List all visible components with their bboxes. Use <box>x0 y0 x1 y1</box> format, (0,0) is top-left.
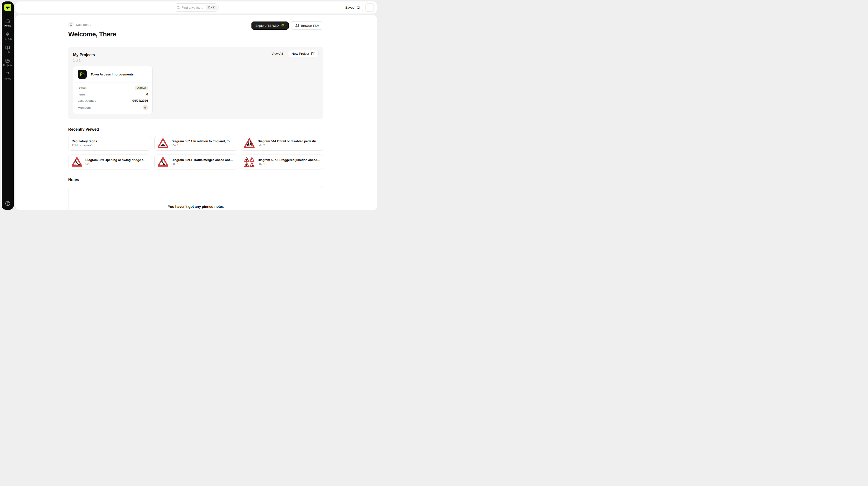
search-input[interactable]: Find anything... ⌘ + K <box>174 3 219 11</box>
project-name: Town Access Improvements <box>91 72 133 76</box>
bookmark-icon <box>356 6 360 9</box>
explore-tsrgd-button[interactable]: Explore TSRGD <box>251 22 289 30</box>
main-panel: Dashboard Welcome, There Explore TSRGD B… <box>16 15 377 210</box>
browse-tsm-button[interactable]: Browse TSM <box>291 22 323 30</box>
sidebar: Home TSRGD TSM Projects <box>2 1 14 210</box>
project-items-row: Items 0 <box>78 91 148 97</box>
user-avatar[interactable] <box>366 4 373 11</box>
saved-button-label: Saved <box>345 6 354 9</box>
sidebar-item-tsm[interactable]: TSM <box>5 45 10 54</box>
traffic-merge-sign-icon <box>157 157 168 167</box>
project-folder-icon <box>78 70 87 79</box>
search-placeholder: Find anything... <box>182 6 204 9</box>
project-card-rows: Status Active Items 0 Last Updated 04/04… <box>73 83 152 111</box>
list-item[interactable]: Diagram 507.1 Staggered junction ahead..… <box>241 155 323 169</box>
search-icon <box>177 6 180 9</box>
book-open-icon <box>5 45 10 50</box>
file-icon <box>5 72 10 76</box>
logo-t-icon <box>5 5 10 10</box>
sidebar-item-projects[interactable]: Projects <box>3 59 12 67</box>
recent-item-title: Diagram 557.1 In relation to England, ro… <box>172 139 234 143</box>
sidebar-item-label: TSRGD <box>3 38 12 40</box>
members-label: Members <box>78 106 91 109</box>
sidebar-item-notes[interactable]: Notes <box>4 72 11 80</box>
help-button[interactable] <box>5 201 10 206</box>
updated-value: 04/04/2026 <box>132 99 148 102</box>
signpost-icon <box>5 32 10 37</box>
recent-item-title: Regulatory Signs <box>72 139 148 143</box>
sidebar-item-label: Notes <box>4 77 11 80</box>
list-item[interactable]: Diagram 557.1 In relation to England, ro… <box>154 136 237 151</box>
sidebar-item-home[interactable]: Home <box>4 19 11 27</box>
recent-item-subtitle: 544.2 <box>258 144 320 147</box>
sidebar-item-label: Projects <box>3 64 12 67</box>
recent-item-subtitle: TSM · chapter-3 <box>72 144 148 147</box>
signpost-icon <box>281 24 285 28</box>
recent-item-title: Diagram 529 Opening or swing bridge ahea… <box>85 158 148 162</box>
status-badge: Active <box>135 86 148 90</box>
folder-open-icon <box>5 59 10 63</box>
view-all-button[interactable]: View All <box>272 52 283 56</box>
notes-empty-card: You haven't got any pinned notes Pin not… <box>68 186 323 210</box>
member-avatar[interactable]: M <box>143 105 148 110</box>
updated-label: Last Updated <box>78 99 96 102</box>
browse-tsm-label: Browse TSM <box>301 24 319 28</box>
staggered-junction-sign-icon <box>244 157 255 167</box>
home-icon <box>69 23 72 26</box>
new-project-button[interactable]: New Project <box>288 50 318 57</box>
topbar: Find anything... ⌘ + K Saved <box>16 1 377 13</box>
my-projects-actions: View All New Project <box>272 50 318 57</box>
project-card[interactable]: Town Access Improvements Status Active I… <box>73 66 153 114</box>
recent-item-subtitle: 557.1 <box>172 144 234 147</box>
list-item[interactable]: Diagram 544.2 Frail or disabled pedestri… <box>241 136 323 151</box>
sidebar-item-tsrgd[interactable]: TSRGD <box>3 32 12 40</box>
pedestrians-sign-icon <box>244 138 255 149</box>
project-updated-row: Last Updated 04/04/2026 <box>78 97 148 104</box>
recent-item-title: Diagram 509.1 Traffic merges ahead onto … <box>172 158 234 162</box>
sidebar-item-label: TSM <box>5 51 10 54</box>
my-projects-panel: My Projects 1 of 1 View All New Project <box>68 47 323 119</box>
sidebar-nav: Home TSRGD TSM Projects <box>3 19 12 80</box>
list-item[interactable]: Diagram 529 Opening or swing bridge ahea… <box>68 155 151 169</box>
road-hump-sign-icon <box>157 138 168 149</box>
app-logo[interactable] <box>4 4 11 11</box>
notes-empty-title: You haven't got any pinned notes <box>168 204 224 208</box>
breadcrumb-home-chip[interactable] <box>68 22 73 27</box>
my-projects-count: 1 of 1 <box>73 59 318 62</box>
home-icon <box>5 19 10 23</box>
recent-item-title: Diagram 507.1 Staggered junction ahead..… <box>258 158 320 162</box>
notes-title: Notes <box>68 177 323 182</box>
book-open-icon <box>294 24 299 28</box>
project-card-header: Town Access Improvements <box>73 66 152 82</box>
recently-viewed-title: Recently Viewed <box>68 127 323 132</box>
sidebar-item-label: Home <box>4 24 11 27</box>
question-circle-icon <box>5 201 10 206</box>
recent-item-subtitle: 509.1 <box>172 162 234 166</box>
items-label: Items <box>78 93 85 96</box>
page-title: Welcome, There <box>68 31 323 38</box>
new-project-label: New Project <box>291 52 309 56</box>
status-label: Status <box>78 86 87 90</box>
recently-viewed-grid: Regulatory Signs TSM · chapter-3 Diagram… <box>68 136 323 169</box>
explore-tsrgd-label: Explore TSRGD <box>255 24 279 28</box>
list-item[interactable]: Diagram 509.1 Traffic merges ahead onto … <box>154 155 237 169</box>
list-item[interactable]: Regulatory Signs TSM · chapter-3 <box>68 136 151 151</box>
breadcrumb-label: Dashboard <box>76 23 91 27</box>
search-shortcut-badge: ⌘ + K <box>206 5 217 10</box>
topbar-right: Saved <box>342 1 373 13</box>
folder-plus-icon <box>311 52 315 56</box>
header-actions: Explore TSRGD Browse TSM <box>251 22 323 30</box>
project-status-row: Status Active <box>78 85 148 91</box>
recent-item-subtitle: 507.1 <box>258 162 320 166</box>
project-members-row: Members M <box>78 104 148 111</box>
items-value: 0 <box>146 93 148 96</box>
saved-button[interactable]: Saved <box>342 4 363 11</box>
opening-bridge-sign-icon <box>71 157 83 167</box>
recent-item-subtitle: 529 <box>85 162 148 166</box>
recent-item-title: Diagram 544.2 Frail or disabled pedestri… <box>258 139 320 143</box>
